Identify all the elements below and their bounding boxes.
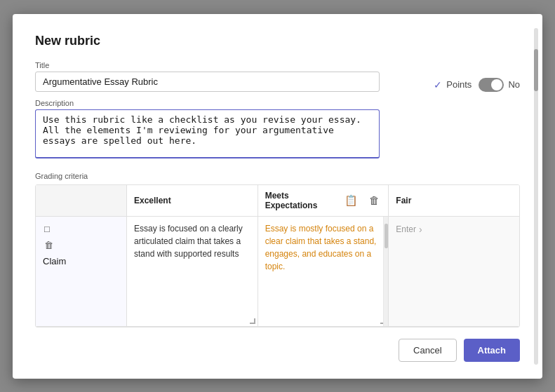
claim-excellent-cell[interactable]: Essay is focused on a clearly articulate…: [127, 217, 258, 326]
description-field-group: Description Use this rubric like a check…: [35, 99, 380, 161]
meets-cell-scrollbar: [383, 217, 388, 326]
rubric-body-row: □ 🗑 Claim Essay is focused on a clearly …: [36, 217, 519, 327]
attach-button[interactable]: Attach: [464, 339, 520, 362]
rubric-header-row: Excellent Meets Expectations 📋 🗑 Fair: [36, 185, 519, 217]
cancel-button[interactable]: Cancel: [399, 339, 456, 362]
toggle-knob: [491, 79, 502, 90]
fair-cell-content: Enter ›: [396, 222, 512, 237]
delete-icon: 🗑: [369, 194, 380, 206]
modal-scrollbar[interactable]: [534, 28, 538, 365]
claim-meets-cell[interactable]: Essay is mostly focused on a clear claim…: [258, 217, 389, 326]
fair-header-label: Fair: [396, 196, 411, 205]
points-label: Points: [446, 79, 472, 90]
claim-name: Claim: [43, 256, 119, 266]
excellent-header-label: Excellent: [134, 196, 171, 205]
excellent-resize-handle[interactable]: [250, 318, 255, 324]
criteria-header-cell: [36, 185, 127, 216]
check-icon: ✓: [434, 79, 442, 90]
fair-header-cell: Fair: [389, 185, 519, 216]
title-input[interactable]: [35, 72, 380, 92]
fair-text: Enter: [396, 223, 416, 236]
fair-chevron-icon: ›: [419, 222, 422, 237]
meets-header-cell: Meets Expectations 📋 🗑: [258, 185, 389, 216]
modal-title: New rubric: [35, 34, 520, 48]
grading-label: Grading criteria: [35, 172, 520, 180]
claim-copy-button[interactable]: □: [43, 222, 119, 236]
description-label: Description: [35, 99, 380, 107]
description-textarea[interactable]: Use this rubric like a checklist as you …: [35, 109, 380, 158]
criteria-icons: □ 🗑: [43, 222, 119, 252]
claim-fair-cell[interactable]: Enter ›: [389, 217, 519, 326]
meets-header-label: Meets Expectations: [265, 191, 344, 210]
footer-buttons: Cancel Attach: [35, 339, 520, 362]
points-toggle[interactable]: [479, 78, 504, 92]
copy-icon: 📋: [345, 194, 358, 207]
toggle-wrap[interactable]: No: [479, 78, 520, 92]
title-field-group: Title: [35, 61, 380, 92]
new-rubric-modal: New rubric Title Description Use this ru…: [13, 14, 542, 379]
claim-meets-text: Essay is mostly focused on a clear claim…: [265, 224, 377, 271]
points-area: ✓ Points No: [434, 78, 520, 92]
claim-excellent-text: Essay is focused on a clearly articulate…: [134, 224, 243, 259]
modal-scrollbar-thumb: [534, 49, 538, 91]
excellent-header-cell: Excellent: [127, 185, 258, 216]
title-label: Title: [35, 61, 380, 69]
meets-delete-button[interactable]: 🗑: [368, 193, 381, 208]
claim-criteria-cell: □ 🗑 Claim: [36, 217, 127, 326]
meets-cell-scrollbar-thumb: [385, 224, 388, 248]
claim-delete-button[interactable]: 🗑: [43, 238, 119, 252]
grading-section: Grading criteria Excellent Meets Expecta…: [35, 172, 520, 327]
rubric-table: Excellent Meets Expectations 📋 🗑 Fair: [35, 184, 520, 327]
meets-header-icons: 📋 🗑: [343, 193, 381, 208]
meets-copy-button[interactable]: 📋: [343, 193, 359, 208]
toggle-no-label: No: [508, 79, 520, 90]
